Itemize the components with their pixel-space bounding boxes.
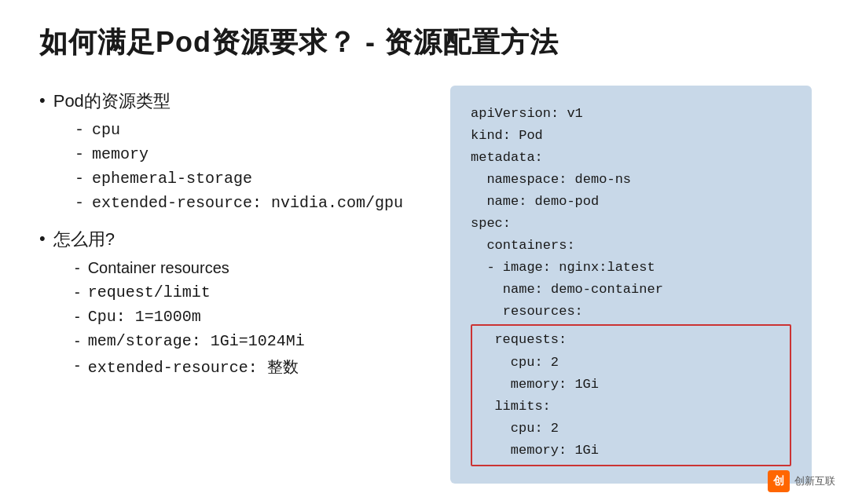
watermark-label: 创新互联 — [794, 474, 835, 488]
dash-icon: - — [75, 170, 84, 188]
section1-main-text: Pod的资源类型 — [53, 89, 171, 113]
list-item: - cpu — [75, 121, 419, 139]
dash-icon: - — [75, 121, 84, 139]
item-request-limit: request/limit — [88, 283, 211, 301]
dash-icon: - — [75, 308, 80, 326]
code-line: resources: — [471, 301, 791, 323]
bullet-dot-1: • — [39, 90, 46, 111]
highlighted-line: requests: — [479, 329, 783, 351]
list-item: - request/limit — [75, 283, 419, 301]
item-cpu-unit: Cpu: 1=1000m — [88, 308, 201, 326]
left-panel: • Pod的资源类型 - cpu - memory - ephemeral-st… — [39, 86, 419, 393]
list-item: - memory — [75, 145, 419, 163]
code-line: containers: — [471, 235, 791, 257]
watermark: 创 创新互联 — [768, 470, 835, 492]
right-panel: apiVersion: v1 kind: Pod metadata: names… — [450, 86, 812, 484]
section2-main-text: 怎么用? — [53, 228, 115, 251]
highlighted-line: memory: 1Gi — [479, 440, 783, 462]
dash-icon: - — [75, 356, 80, 374]
list-item: - extended-resource: 整数 — [75, 356, 419, 378]
section-resource-types: • Pod的资源类型 - cpu - memory - ephemeral-st… — [39, 89, 419, 212]
item-memory: memory — [92, 145, 149, 163]
dash-icon: - — [75, 332, 80, 350]
highlighted-code-box: requests: cpu: 2 memory: 1Gi limits: cpu… — [471, 324, 791, 466]
highlighted-line: cpu: 2 — [479, 352, 783, 374]
section1-sub-list: - cpu - memory - ephemeral-storage - ext… — [75, 121, 419, 212]
watermark-icon: 创 — [768, 470, 790, 492]
code-line: - image: nginx:latest — [471, 257, 791, 279]
section2-sub-list: - Container resources - request/limit - … — [75, 259, 419, 378]
watermark-icon-text: 创 — [773, 474, 784, 488]
code-line: name: demo-container — [471, 279, 791, 301]
item-ephemeral: ephemeral-storage — [92, 170, 252, 188]
item-extended-resource: extended-resource: 整数 — [88, 356, 299, 378]
list-item: - Cpu: 1=1000m — [75, 308, 419, 326]
highlighted-line: limits: — [479, 396, 783, 418]
content-area: • Pod的资源类型 - cpu - memory - ephemeral-st… — [39, 86, 812, 484]
dash-icon: - — [75, 194, 84, 212]
highlighted-line: cpu: 2 — [479, 418, 783, 440]
dash-icon: - — [75, 145, 84, 163]
bullet-dot-2: • — [39, 228, 46, 249]
dash-icon: - — [75, 259, 80, 277]
code-line: spec: — [471, 213, 791, 235]
code-line: kind: Pod — [471, 125, 791, 147]
code-block: apiVersion: v1 kind: Pod metadata: names… — [471, 103, 791, 466]
section1-main: • Pod的资源类型 — [39, 89, 419, 113]
item-container-resources: Container resources — [88, 259, 229, 277]
slide-title: 如何满足Pod资源要求？ - 资源配置方法 — [39, 24, 812, 62]
list-item: - Container resources — [75, 259, 419, 277]
dash-icon: - — [75, 283, 80, 301]
list-item: - extended-resource: nvidia.com/gpu — [75, 194, 419, 212]
code-line: name: demo-pod — [471, 191, 791, 213]
code-line: metadata: — [471, 147, 791, 169]
list-item: - ephemeral-storage — [75, 170, 419, 188]
section2-main: • 怎么用? — [39, 228, 419, 251]
slide: 如何满足Pod资源要求？ - 资源配置方法 • Pod的资源类型 - cpu -… — [0, 0, 851, 504]
list-item: - mem/storage: 1Gi=1024Mi — [75, 332, 419, 350]
section-how-to-use: • 怎么用? - Container resources - request/l… — [39, 228, 419, 378]
code-line: apiVersion: v1 — [471, 103, 791, 125]
item-mem-storage: mem/storage: 1Gi=1024Mi — [88, 332, 305, 350]
item-extended: extended-resource: nvidia.com/gpu — [92, 194, 403, 212]
item-cpu: cpu — [92, 121, 120, 139]
highlighted-line: memory: 1Gi — [479, 374, 783, 396]
code-line: namespace: demo-ns — [471, 169, 791, 191]
